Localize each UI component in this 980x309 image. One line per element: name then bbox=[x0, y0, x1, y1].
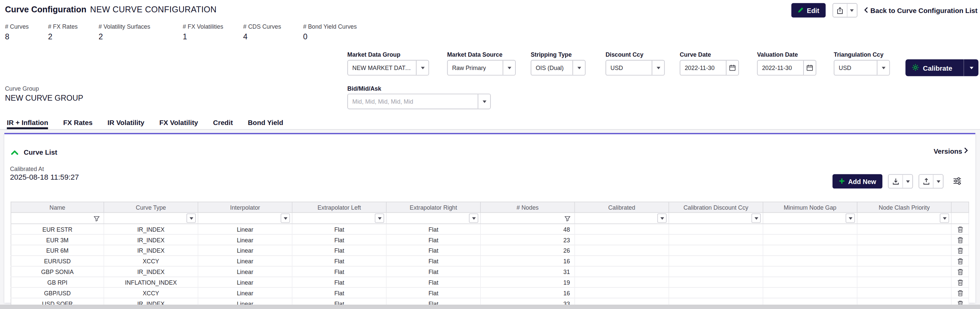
delete-row-button[interactable] bbox=[957, 237, 963, 244]
filter-dropdown[interactable] bbox=[375, 213, 384, 223]
column-header[interactable]: Calibrated bbox=[575, 202, 669, 213]
gear-icon bbox=[912, 63, 919, 72]
column-header[interactable]: Calibration Discount Ccy bbox=[669, 202, 763, 213]
panel-actions: Add New bbox=[832, 174, 965, 188]
stat-cds-curves: # CDS Curves 4 bbox=[243, 23, 281, 41]
market-data-group-select[interactable]: NEW MARKET DATA ... bbox=[347, 60, 429, 76]
stat-bond-yield-curves: # Bond Yield Curves 0 bbox=[303, 23, 356, 41]
bid-mid-ask-input[interactable] bbox=[352, 98, 475, 105]
curve-group-value: NEW CURVE GROUP bbox=[5, 94, 83, 102]
curve-list-panel: Curve List Versions Calibrated At 2025-0… bbox=[4, 133, 975, 303]
stat-label: # Bond Yield Curves bbox=[303, 23, 356, 30]
filter-dropdown[interactable] bbox=[940, 213, 949, 223]
stripping-type-select[interactable]: OIS (Dual) bbox=[531, 60, 586, 76]
delete-row-button[interactable] bbox=[957, 226, 963, 233]
stat-label: # Volatility Surfaces bbox=[99, 23, 150, 30]
horizontal-scrollbar[interactable] bbox=[0, 305, 980, 309]
market-data-source-select[interactable]: Raw Primary bbox=[447, 60, 516, 76]
delete-row-button[interactable] bbox=[957, 268, 963, 275]
add-new-button[interactable]: Add New bbox=[832, 174, 883, 188]
curve-date-control: Curve Date 2022-11-30 bbox=[679, 51, 739, 76]
upload-menu-button[interactable] bbox=[918, 174, 943, 188]
tab-credit[interactable]: Credit bbox=[213, 115, 233, 129]
column-header[interactable]: Curve Type bbox=[104, 202, 198, 213]
chevron-left-icon bbox=[864, 6, 868, 14]
tab-bond-yield[interactable]: Bond Yield bbox=[248, 115, 283, 129]
column-header-actions bbox=[951, 202, 969, 213]
calibrate-button[interactable]: Calibrate bbox=[905, 59, 978, 76]
download-icon bbox=[889, 175, 902, 188]
collapse-chevron-up-icon[interactable] bbox=[11, 147, 19, 158]
bid-mid-ask-control: Bid/Mid/Ask bbox=[347, 85, 491, 109]
triangulation-ccy-select[interactable]: USD bbox=[834, 60, 890, 76]
stat-value: 1 bbox=[183, 32, 223, 41]
filter-dropdown[interactable] bbox=[186, 213, 196, 223]
tab-fx-volatility[interactable]: FX Volatility bbox=[159, 115, 198, 129]
caret-down-icon[interactable] bbox=[963, 59, 978, 76]
edit-button[interactable]: Edit bbox=[791, 3, 826, 17]
stat-value: 0 bbox=[303, 32, 356, 41]
market-data-group-control: Market Data Group NEW MARKET DATA ... bbox=[347, 51, 429, 76]
filter-funnel-icon[interactable] bbox=[565, 216, 571, 222]
page-title-name: NEW CURVE CONFIGURATION bbox=[90, 5, 217, 14]
stat-label: # FX Rates bbox=[48, 23, 78, 30]
column-header[interactable]: # Nodes bbox=[480, 202, 575, 213]
download-menu-button[interactable] bbox=[888, 174, 913, 188]
column-header[interactable]: Extrapolator Right bbox=[386, 202, 480, 213]
page-title: Curve Configuration NEW CURVE CONFIGURAT… bbox=[5, 5, 217, 14]
table-settings-button[interactable] bbox=[949, 175, 965, 188]
caret-down-icon bbox=[477, 94, 490, 109]
tab-ir-inflation[interactable]: IR + Inflation bbox=[7, 115, 48, 129]
filter-dropdown[interactable] bbox=[281, 213, 290, 223]
plus-icon bbox=[839, 178, 845, 185]
stat-label: # Curves bbox=[5, 23, 29, 30]
valuation-date-input[interactable]: 2022-11-30 bbox=[757, 60, 816, 76]
stat-label: # CDS Curves bbox=[243, 23, 281, 30]
caret-down-icon bbox=[652, 61, 664, 75]
column-header[interactable]: Node Clash Priority bbox=[857, 202, 951, 213]
stat-volatility-surfaces: # Volatility Surfaces 2 bbox=[99, 23, 150, 41]
tab-ir-volatility[interactable]: IR Volatility bbox=[108, 115, 145, 129]
delete-row-button[interactable] bbox=[957, 279, 963, 286]
filter-dropdown[interactable] bbox=[469, 213, 478, 223]
stat-value: 8 bbox=[5, 32, 29, 41]
delete-row-button[interactable] bbox=[957, 258, 963, 265]
table-header-row: NameCurve TypeInterpolatorExtrapolator L… bbox=[11, 202, 969, 213]
table-row: EUR 3MIR_INDEXLinearFlatFlat23 bbox=[11, 234, 969, 245]
table-row: EUR 6MIR_INDEXLinearFlatFlat26 bbox=[11, 245, 969, 256]
filter-funnel-icon[interactable] bbox=[94, 216, 100, 222]
column-header[interactable]: Name bbox=[11, 202, 104, 213]
pencil-icon bbox=[797, 6, 804, 14]
tab-bar: IR + Inflation FX Rates IR Volatility FX… bbox=[0, 115, 980, 130]
delete-row-button[interactable] bbox=[957, 247, 963, 255]
triangulation-ccy-control: Triangulation Ccy USD bbox=[834, 51, 890, 76]
back-link[interactable]: Back to Curve Configuration List bbox=[864, 6, 977, 14]
export-icon bbox=[833, 4, 846, 17]
caret-down-icon bbox=[933, 175, 943, 188]
stat-value: 2 bbox=[99, 32, 150, 41]
curve-table: NameCurve TypeInterpolatorExtrapolator L… bbox=[11, 202, 969, 309]
stripping-type-control: Stripping Type OIS (Dual) bbox=[531, 51, 586, 76]
column-header[interactable]: Interpolator bbox=[198, 202, 293, 213]
calendar-icon[interactable] bbox=[803, 61, 816, 75]
versions-link[interactable]: Versions bbox=[934, 147, 968, 155]
table-row: EUR/USDXCCYLinearFlatFlat16 bbox=[11, 256, 969, 266]
caret-down-icon bbox=[503, 61, 515, 75]
filter-dropdown[interactable] bbox=[657, 213, 667, 223]
curve-group: Curve Group NEW CURVE GROUP bbox=[5, 85, 83, 102]
filter-dropdown[interactable] bbox=[752, 213, 761, 223]
discount-ccy-select[interactable]: USD bbox=[605, 60, 665, 76]
calibrated-at-value: 2025-08-18 11:59:27 bbox=[10, 173, 79, 182]
calendar-icon[interactable] bbox=[726, 61, 738, 75]
column-header[interactable]: Minimum Node Gap bbox=[763, 202, 857, 213]
export-menu-button[interactable] bbox=[832, 3, 858, 17]
delete-row-button[interactable] bbox=[957, 290, 963, 297]
filter-dropdown[interactable] bbox=[845, 213, 855, 223]
bid-mid-ask-select[interactable] bbox=[347, 94, 491, 109]
curve-date-input[interactable]: 2022-11-30 bbox=[679, 60, 739, 76]
tab-fx-rates[interactable]: FX Rates bbox=[63, 115, 92, 129]
discount-ccy-control: Discount Ccy USD bbox=[605, 51, 665, 76]
panel-title: Curve List bbox=[24, 149, 57, 156]
chevron-right-icon bbox=[964, 147, 968, 155]
column-header[interactable]: Extrapolator Left bbox=[292, 202, 386, 213]
